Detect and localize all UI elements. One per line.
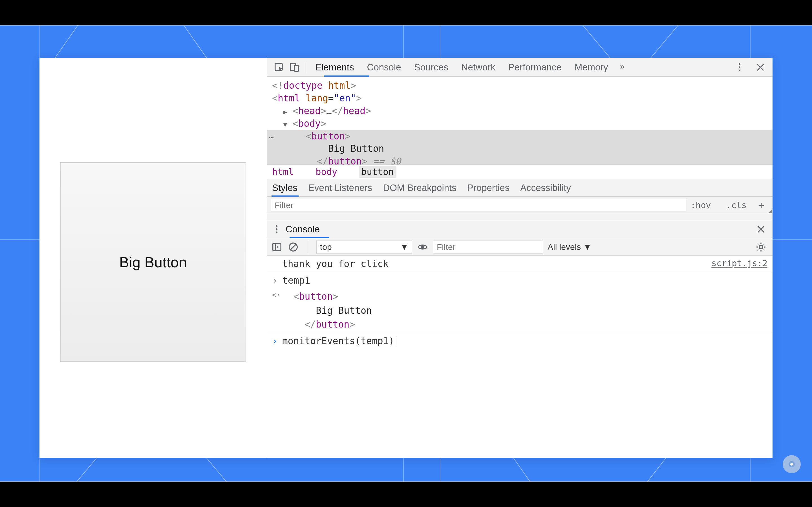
dom-doctype[interactable]: <!doctype html> xyxy=(272,79,767,92)
dom-button-text: Big Button xyxy=(328,143,384,154)
console-output-element[interactable]: <· <button> Big Button </button> xyxy=(267,288,772,333)
console-out-btntext: Big Button xyxy=(316,305,372,316)
device-toggle-icon[interactable] xyxy=(287,60,302,75)
drawer-title[interactable]: Console xyxy=(286,224,320,235)
svg-point-8 xyxy=(276,231,277,233)
dom-body[interactable]: ▼ <body> xyxy=(272,117,767,130)
tab-sources[interactable]: Sources xyxy=(413,59,449,76)
console-input1-text: temp1 xyxy=(282,274,767,288)
tab-elements[interactable]: Elements xyxy=(314,59,355,76)
new-style-rule-icon[interactable]: ＋ xyxy=(754,198,769,212)
console-current-input: monitorEvents(temp1) xyxy=(282,335,394,346)
chevron-down-icon: ▼ xyxy=(583,242,592,252)
more-tabs-icon[interactable]: » xyxy=(620,59,625,74)
console-log-row[interactable]: thank you for click script.js:2 xyxy=(267,256,772,272)
console-current-input-row[interactable]: › monitorEvents(temp1) xyxy=(267,333,772,349)
separator xyxy=(306,61,306,73)
big-button[interactable]: Big Button xyxy=(60,162,246,362)
subtab-styles[interactable]: Styles xyxy=(272,182,297,193)
console-filter-input[interactable] xyxy=(433,240,543,253)
dom-html[interactable]: <html lang="en"> xyxy=(272,92,767,105)
bc-html[interactable]: html xyxy=(272,166,294,177)
svg-point-6 xyxy=(276,225,277,227)
bc-body[interactable]: body xyxy=(315,166,337,177)
svg-point-12 xyxy=(759,245,763,249)
resize-corner-icon[interactable] xyxy=(768,209,772,213)
presentation-stage: Big Button Elements Console Sources Netw… xyxy=(0,25,812,482)
bc-button[interactable]: button xyxy=(359,166,396,178)
subtab-event-listeners[interactable]: Event Listeners xyxy=(308,182,372,193)
hov-toggle[interactable]: :hov xyxy=(691,200,711,210)
context-selector[interactable]: top ▼ xyxy=(316,240,412,253)
rendered-page: Big Button xyxy=(40,58,267,458)
browser-window: Big Button Elements Console Sources Netw… xyxy=(40,58,772,458)
console-log-text: thank you for click xyxy=(282,257,711,271)
tab-performance[interactable]: Performance xyxy=(507,59,563,76)
console-toolbar: top ▼ All levels ▼ xyxy=(267,238,772,256)
live-expression-icon[interactable] xyxy=(417,239,428,255)
cls-toggle[interactable]: .cls xyxy=(726,200,747,210)
devtools-tabs: Elements Console Sources Network Perform… xyxy=(314,59,732,76)
dom-selected-button[interactable]: ⋯ <button> Big Button </button> == $0 xyxy=(267,130,772,165)
console-log-source[interactable]: script.js:2 xyxy=(711,257,767,271)
tab-memory[interactable]: Memory xyxy=(573,59,609,76)
chevron-down-icon: ▼ xyxy=(400,242,409,252)
styles-filter-input[interactable] xyxy=(271,199,686,212)
dom-breadcrumb: html body button xyxy=(267,165,772,179)
log-levels-selector[interactable]: All levels ▼ xyxy=(548,242,592,252)
svg-point-3 xyxy=(739,63,741,65)
console-drawer-header: Console xyxy=(267,220,772,238)
levels-label: All levels xyxy=(548,242,581,252)
menu-icon[interactable] xyxy=(732,60,747,75)
drawer-close-icon[interactable] xyxy=(753,222,769,237)
inspect-icon[interactable] xyxy=(271,60,287,75)
devtools-tabbar: Elements Console Sources Network Perform… xyxy=(267,58,772,76)
console-input-temp1[interactable]: › temp1 xyxy=(267,272,772,289)
context-value: top xyxy=(320,242,332,252)
dom-tree[interactable]: <!doctype html> <html lang="en"> ▶ <head… xyxy=(267,76,772,165)
subtab-accessibility[interactable]: Accessibility xyxy=(520,182,571,193)
svg-rect-2 xyxy=(294,65,298,71)
dom-eq0: == $0 xyxy=(367,156,401,165)
devtools-panel: Elements Console Sources Network Perform… xyxy=(267,58,772,458)
toggle-sidebar-icon[interactable] xyxy=(271,239,283,255)
styles-filter-row: :hov .cls ＋ xyxy=(267,196,772,214)
chrome-logo-icon xyxy=(783,455,801,473)
tab-network[interactable]: Network xyxy=(460,59,497,76)
tab-console[interactable]: Console xyxy=(366,59,402,76)
subtab-dom-breakpoints[interactable]: DOM Breakpoints xyxy=(383,182,456,193)
subtab-properties[interactable]: Properties xyxy=(467,182,509,193)
svg-rect-9 xyxy=(273,243,281,250)
console-settings-icon[interactable] xyxy=(753,239,769,255)
svg-point-4 xyxy=(739,66,741,68)
console-output: thank you for click script.js:2 › temp1 … xyxy=(267,256,772,458)
svg-point-5 xyxy=(739,69,741,71)
svg-point-11 xyxy=(421,245,424,249)
dom-head[interactable]: ▶ <head>…</head> xyxy=(272,105,767,117)
clear-console-icon[interactable] xyxy=(287,239,299,255)
svg-point-7 xyxy=(276,228,277,230)
dom-head-ellipsis: … xyxy=(326,105,332,116)
console-output-element-content: <button> Big Button </button> xyxy=(282,290,767,332)
close-icon[interactable] xyxy=(753,60,768,75)
drawer-menu-icon[interactable] xyxy=(271,222,282,237)
separator xyxy=(308,241,308,253)
elements-subtabs: Styles Event Listeners DOM Breakpoints P… xyxy=(267,179,772,196)
big-button-label: Big Button xyxy=(119,254,187,271)
